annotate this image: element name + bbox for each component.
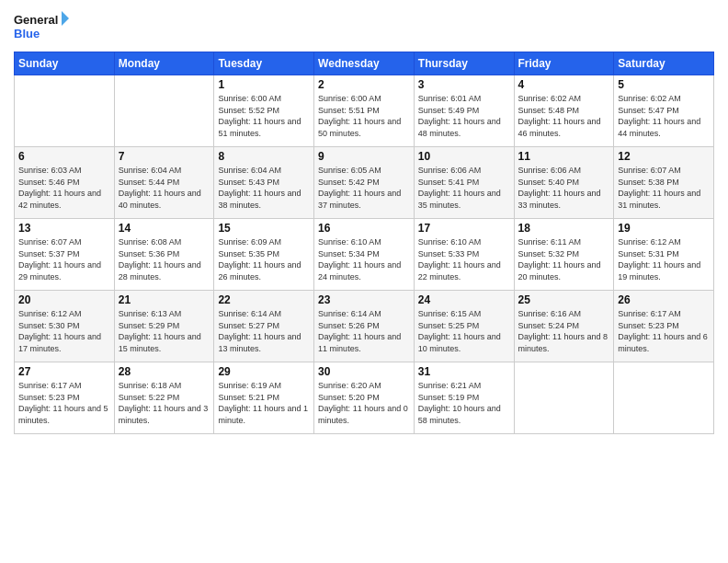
day-number: 22	[218, 293, 310, 306]
calendar-day-header: Saturday	[614, 52, 714, 75]
day-info: Sunrise: 6:00 AM Sunset: 5:51 PM Dayligh…	[318, 93, 410, 139]
day-number: 6	[18, 150, 110, 163]
calendar-day-cell: 6Sunrise: 6:03 AM Sunset: 5:46 PM Daylig…	[15, 147, 115, 219]
day-number: 9	[318, 150, 410, 163]
calendar-day-cell: 14Sunrise: 6:08 AM Sunset: 5:36 PM Dayli…	[114, 219, 214, 291]
day-info: Sunrise: 6:07 AM Sunset: 5:38 PM Dayligh…	[618, 165, 710, 211]
calendar-day-cell	[614, 362, 714, 434]
calendar-body: 1Sunrise: 6:00 AM Sunset: 5:52 PM Daylig…	[15, 75, 714, 434]
calendar-day-cell: 18Sunrise: 6:11 AM Sunset: 5:32 PM Dayli…	[514, 219, 614, 291]
day-info: Sunrise: 6:04 AM Sunset: 5:43 PM Dayligh…	[218, 165, 310, 211]
day-info: Sunrise: 6:02 AM Sunset: 5:48 PM Dayligh…	[518, 93, 610, 139]
calendar-day-cell: 13Sunrise: 6:07 AM Sunset: 5:37 PM Dayli…	[15, 219, 115, 291]
day-info: Sunrise: 6:15 AM Sunset: 5:25 PM Dayligh…	[418, 308, 510, 354]
day-info: Sunrise: 6:12 AM Sunset: 5:30 PM Dayligh…	[18, 308, 110, 354]
day-info: Sunrise: 6:21 AM Sunset: 5:19 PM Dayligh…	[418, 380, 510, 426]
day-number: 19	[618, 222, 710, 235]
calendar-header-row: SundayMondayTuesdayWednesdayThursdayFrid…	[15, 52, 714, 75]
calendar-day-cell	[114, 75, 214, 147]
calendar-day-header: Sunday	[15, 52, 115, 75]
day-number: 26	[618, 293, 710, 306]
day-number: 14	[119, 222, 210, 235]
calendar-day-cell: 9Sunrise: 6:05 AM Sunset: 5:42 PM Daylig…	[314, 147, 415, 219]
svg-text:Blue: Blue	[14, 27, 40, 40]
calendar-day-cell: 26Sunrise: 6:17 AM Sunset: 5:23 PM Dayli…	[614, 291, 714, 362]
calendar-week-row: 27Sunrise: 6:17 AM Sunset: 5:23 PM Dayli…	[15, 362, 714, 434]
day-number: 2	[318, 78, 410, 91]
calendar-day-cell: 7Sunrise: 6:04 AM Sunset: 5:44 PM Daylig…	[114, 147, 214, 219]
day-number: 16	[318, 222, 410, 235]
day-info: Sunrise: 6:02 AM Sunset: 5:47 PM Dayligh…	[618, 93, 710, 139]
header: General Blue	[14, 9, 714, 44]
calendar-day-cell: 10Sunrise: 6:06 AM Sunset: 5:41 PM Dayli…	[414, 147, 514, 219]
day-number: 7	[119, 150, 210, 163]
day-number: 31	[418, 365, 510, 378]
calendar-week-row: 6Sunrise: 6:03 AM Sunset: 5:46 PM Daylig…	[15, 147, 714, 219]
calendar-day-cell: 25Sunrise: 6:16 AM Sunset: 5:24 PM Dayli…	[514, 291, 614, 362]
day-number: 1	[218, 78, 310, 91]
day-info: Sunrise: 6:12 AM Sunset: 5:31 PM Dayligh…	[618, 236, 710, 282]
day-number: 17	[418, 222, 510, 235]
day-info: Sunrise: 6:06 AM Sunset: 5:40 PM Dayligh…	[518, 165, 610, 211]
day-number: 15	[218, 222, 310, 235]
calendar-day-cell: 11Sunrise: 6:06 AM Sunset: 5:40 PM Dayli…	[514, 147, 614, 219]
calendar-day-cell: 17Sunrise: 6:10 AM Sunset: 5:33 PM Dayli…	[414, 219, 514, 291]
calendar-day-header: Monday	[114, 52, 214, 75]
calendar-week-row: 13Sunrise: 6:07 AM Sunset: 5:37 PM Dayli…	[15, 219, 714, 291]
day-number: 13	[18, 222, 110, 235]
day-info: Sunrise: 6:07 AM Sunset: 5:37 PM Dayligh…	[18, 236, 110, 282]
logo: General Blue	[14, 9, 69, 44]
day-number: 21	[119, 293, 210, 306]
day-number: 8	[218, 150, 310, 163]
day-info: Sunrise: 6:14 AM Sunset: 5:27 PM Dayligh…	[218, 308, 310, 354]
day-info: Sunrise: 6:18 AM Sunset: 5:22 PM Dayligh…	[119, 380, 210, 426]
calendar-day-cell: 16Sunrise: 6:10 AM Sunset: 5:34 PM Dayli…	[314, 219, 415, 291]
logo-svg: General Blue	[14, 9, 69, 44]
calendar-day-cell: 8Sunrise: 6:04 AM Sunset: 5:43 PM Daylig…	[214, 147, 314, 219]
day-info: Sunrise: 6:11 AM Sunset: 5:32 PM Dayligh…	[518, 236, 610, 282]
calendar-day-cell: 28Sunrise: 6:18 AM Sunset: 5:22 PM Dayli…	[114, 362, 214, 434]
calendar-day-cell	[15, 75, 115, 147]
day-number: 5	[618, 78, 710, 91]
day-number: 20	[18, 293, 110, 306]
calendar-day-header: Friday	[514, 52, 614, 75]
day-number: 3	[418, 78, 510, 91]
day-number: 28	[119, 365, 210, 378]
day-number: 29	[218, 365, 310, 378]
day-info: Sunrise: 6:17 AM Sunset: 5:23 PM Dayligh…	[18, 380, 110, 426]
day-info: Sunrise: 6:05 AM Sunset: 5:42 PM Dayligh…	[318, 165, 410, 211]
calendar-week-row: 1Sunrise: 6:00 AM Sunset: 5:52 PM Daylig…	[15, 75, 714, 147]
day-info: Sunrise: 6:06 AM Sunset: 5:41 PM Dayligh…	[418, 165, 510, 211]
day-number: 27	[18, 365, 110, 378]
calendar-day-cell: 19Sunrise: 6:12 AM Sunset: 5:31 PM Dayli…	[614, 219, 714, 291]
day-info: Sunrise: 6:09 AM Sunset: 5:35 PM Dayligh…	[218, 236, 310, 282]
calendar-day-header: Thursday	[414, 52, 514, 75]
day-number: 24	[418, 293, 510, 306]
day-info: Sunrise: 6:10 AM Sunset: 5:34 PM Dayligh…	[318, 236, 410, 282]
calendar-day-cell: 22Sunrise: 6:14 AM Sunset: 5:27 PM Dayli…	[214, 291, 314, 362]
day-info: Sunrise: 6:03 AM Sunset: 5:46 PM Dayligh…	[18, 165, 110, 211]
day-info: Sunrise: 6:00 AM Sunset: 5:52 PM Dayligh…	[218, 93, 310, 139]
day-info: Sunrise: 6:16 AM Sunset: 5:24 PM Dayligh…	[518, 308, 610, 354]
calendar-day-cell: 27Sunrise: 6:17 AM Sunset: 5:23 PM Dayli…	[15, 362, 115, 434]
day-number: 11	[518, 150, 610, 163]
day-number: 4	[518, 78, 610, 91]
day-info: Sunrise: 6:08 AM Sunset: 5:36 PM Dayligh…	[119, 236, 210, 282]
calendar-day-header: Wednesday	[314, 52, 415, 75]
calendar-day-cell: 1Sunrise: 6:00 AM Sunset: 5:52 PM Daylig…	[214, 75, 314, 147]
calendar-day-cell: 12Sunrise: 6:07 AM Sunset: 5:38 PM Dayli…	[614, 147, 714, 219]
day-number: 23	[318, 293, 410, 306]
calendar-day-cell: 30Sunrise: 6:20 AM Sunset: 5:20 PM Dayli…	[314, 362, 415, 434]
day-number: 10	[418, 150, 510, 163]
day-number: 25	[518, 293, 610, 306]
calendar-day-cell: 24Sunrise: 6:15 AM Sunset: 5:25 PM Dayli…	[414, 291, 514, 362]
calendar-table: SundayMondayTuesdayWednesdayThursdayFrid…	[14, 52, 714, 434]
calendar-day-header: Tuesday	[214, 52, 314, 75]
day-info: Sunrise: 6:01 AM Sunset: 5:49 PM Dayligh…	[418, 93, 510, 139]
svg-marker-2	[62, 11, 69, 26]
calendar-day-cell: 5Sunrise: 6:02 AM Sunset: 5:47 PM Daylig…	[614, 75, 714, 147]
calendar-day-cell: 21Sunrise: 6:13 AM Sunset: 5:29 PM Dayli…	[114, 291, 214, 362]
day-info: Sunrise: 6:20 AM Sunset: 5:20 PM Dayligh…	[318, 380, 410, 426]
calendar-week-row: 20Sunrise: 6:12 AM Sunset: 5:30 PM Dayli…	[15, 291, 714, 362]
day-info: Sunrise: 6:19 AM Sunset: 5:21 PM Dayligh…	[218, 380, 310, 426]
